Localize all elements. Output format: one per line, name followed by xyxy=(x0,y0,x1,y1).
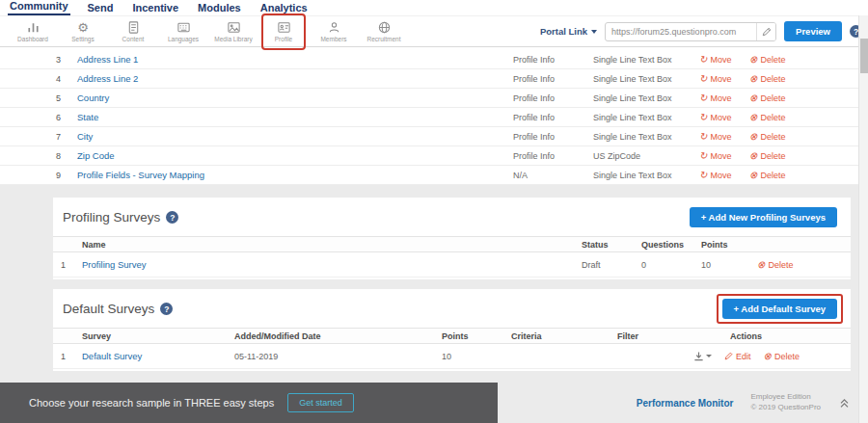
field-name-link[interactable]: City xyxy=(77,131,93,142)
move-link[interactable]: Move xyxy=(699,113,731,122)
section-title: Profiling Surveys xyxy=(63,210,160,225)
delete-link[interactable]: Delete xyxy=(757,260,793,270)
delete-icon xyxy=(757,260,765,270)
field-name-link[interactable]: Profile Fields - Survey Mapping xyxy=(77,170,204,180)
field-type: Single Line Text Box xyxy=(593,132,699,142)
nav-item-send[interactable]: Send xyxy=(86,1,116,15)
nav-item-incentive[interactable]: Incentive xyxy=(130,1,180,15)
delete-link[interactable]: Delete xyxy=(749,113,785,122)
delete-link[interactable]: Delete xyxy=(749,93,785,103)
field-type: Single Line Text Box xyxy=(593,55,699,65)
move-link[interactable]: Move xyxy=(699,93,731,103)
row-actions: Edit Delete xyxy=(693,351,851,361)
default-surveys-section: Default Surveys ? + Add Default Survey S… xyxy=(53,289,851,371)
field-type: Single Line Text Box xyxy=(593,171,699,180)
toolbar-item-profile[interactable]: Profile xyxy=(258,20,309,42)
help-icon[interactable]: ? xyxy=(166,211,178,224)
default-surveys-header: Default Surveys ? + Add Default Survey xyxy=(53,299,851,328)
double-chevron-up-icon xyxy=(838,396,851,410)
gear-icon: ⚙ xyxy=(77,20,89,35)
field-name-link[interactable]: Address Line 1 xyxy=(77,54,138,65)
field-type: US ZipCode xyxy=(593,151,699,161)
toolbar-item-content[interactable]: Content xyxy=(108,20,158,42)
toolbar-item-languages[interactable]: Languages xyxy=(158,20,208,42)
person-icon xyxy=(327,20,341,35)
table-row: 1 Default Survey 05-11-2019 10 Edit Dele… xyxy=(53,344,851,369)
add-new-profiling-surveys-button[interactable]: + Add New Profiling Surveys xyxy=(690,207,837,227)
row-number: 1 xyxy=(61,352,82,361)
edition-info: Employee Edition © 2019 QuestionPro xyxy=(750,392,821,413)
edit-link[interactable]: Edit xyxy=(724,352,751,361)
download-menu[interactable] xyxy=(693,351,712,361)
field-name-link[interactable]: State xyxy=(77,112,98,122)
row-number: 4 xyxy=(56,74,77,84)
move-link[interactable]: Move xyxy=(699,171,731,180)
survey-points: 10 xyxy=(701,260,757,270)
edit-url-button[interactable] xyxy=(756,23,775,40)
pencil-icon xyxy=(762,27,772,37)
delete-link[interactable]: Delete xyxy=(764,352,800,361)
toolbar-item-members[interactable]: Members xyxy=(309,20,359,42)
move-icon xyxy=(699,132,707,142)
nav-item-community[interactable]: Community xyxy=(8,0,70,15)
toolbar-item-media-library[interactable]: Media Library xyxy=(208,20,258,42)
scrollbar-thumb[interactable] xyxy=(860,39,868,73)
collapse-footer-button[interactable] xyxy=(838,396,851,410)
column-header-date: Added/Modified Date xyxy=(234,331,442,341)
toolbar-label: Recruitment xyxy=(366,36,400,42)
toolbar-label: Media Library xyxy=(214,36,252,42)
performance-monitor-link[interactable]: Performance Monitor xyxy=(637,398,734,409)
field-name-link[interactable]: Address Line 2 xyxy=(77,73,138,84)
add-default-survey-button[interactable]: + Add Default Survey xyxy=(722,299,837,319)
nav-item-analytics[interactable]: Analytics xyxy=(258,1,310,15)
column-header-criteria: Criteria xyxy=(511,331,617,341)
delete-link[interactable]: Delete xyxy=(749,74,785,84)
delete-link[interactable]: Delete xyxy=(749,55,785,65)
profiling-survey-link[interactable]: Profiling Survey xyxy=(82,259,147,270)
field-type: Single Line Text Box xyxy=(593,74,699,84)
delete-link[interactable]: Delete xyxy=(749,151,785,161)
delete-icon xyxy=(749,171,757,180)
row-number: 8 xyxy=(56,151,77,161)
field-category: Profile Info xyxy=(513,55,593,65)
move-link[interactable]: Move xyxy=(699,74,731,84)
profiling-surveys-section: Profiling Surveys ? + Add New Profiling … xyxy=(53,198,851,279)
get-started-button[interactable]: Get started xyxy=(287,393,354,412)
preview-button[interactable]: Preview xyxy=(784,21,842,41)
toolbar-label: Profile xyxy=(275,36,292,42)
move-icon xyxy=(699,171,707,180)
delete-icon xyxy=(764,352,772,361)
field-category: Profile Info xyxy=(513,74,593,84)
document-icon xyxy=(126,20,141,35)
field-name-link[interactable]: Zip Code xyxy=(77,150,115,161)
chevron-down-icon xyxy=(591,30,597,34)
table-row: 5 Country Profile Info Single Line Text … xyxy=(0,89,858,108)
edition-name: Employee Edition xyxy=(750,392,821,403)
table-row: 3 Address Line 1 Profile Info Single Lin… xyxy=(0,50,858,69)
table-row: 9 Profile Fields - Survey Mapping N/A Si… xyxy=(0,166,858,185)
portal-url-input[interactable] xyxy=(606,27,756,37)
survey-status: Draft xyxy=(582,260,641,270)
delete-link[interactable]: Delete xyxy=(749,132,785,142)
column-header-survey: Survey xyxy=(82,331,234,341)
default-survey-link[interactable]: Default Survey xyxy=(82,351,142,361)
portal-link-dropdown[interactable]: Portal Link xyxy=(540,26,597,37)
move-link[interactable]: Move xyxy=(699,151,731,161)
toolbar-label: Content xyxy=(122,36,145,42)
toolbar-item-dashboard[interactable]: Dashboard xyxy=(8,20,58,42)
row-number: 1 xyxy=(61,260,82,270)
survey-date: 05-11-2019 xyxy=(234,352,442,361)
vertical-scrollbar[interactable] xyxy=(858,15,868,423)
profile-fields-table: 3 Address Line 1 Profile Info Single Lin… xyxy=(0,47,858,185)
toolbar-item-settings[interactable]: ⚙ Settings xyxy=(58,20,108,42)
move-link[interactable]: Move xyxy=(699,55,731,65)
move-icon xyxy=(699,55,707,65)
toolbar-item-recruitment[interactable]: Recruitment xyxy=(359,20,409,42)
chevron-down-icon xyxy=(706,355,712,357)
move-link[interactable]: Move xyxy=(699,132,731,142)
nav-item-modules[interactable]: Modules xyxy=(196,1,243,15)
field-name-link[interactable]: Country xyxy=(77,93,109,103)
help-icon[interactable]: ? xyxy=(160,303,173,315)
column-header-actions: Actions xyxy=(730,331,851,341)
delete-link[interactable]: Delete xyxy=(749,171,785,180)
